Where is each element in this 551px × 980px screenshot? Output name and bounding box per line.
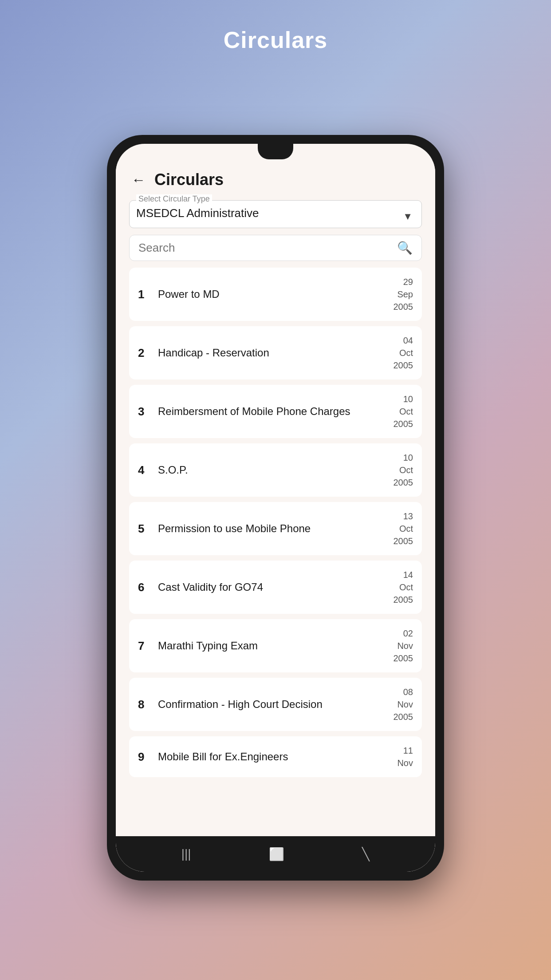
list-item[interactable]: 3Reimbersment of Mobile Phone Charges10 … — [129, 385, 422, 438]
dropdown-label: Select Circular Type — [136, 194, 212, 204]
item-title: Confirmation - High Court Decision — [158, 697, 394, 711]
screen-content: ← Circulars Select Circular Type MSEDCL … — [116, 144, 435, 836]
item-number: 7 — [138, 639, 158, 653]
app-title: Circulars — [154, 170, 224, 189]
circular-type-select[interactable]: MSEDCL Administrative Technical Financia… — [136, 203, 415, 223]
item-date: 29 Sep 2005 — [394, 276, 413, 313]
item-title: Marathi Typing Exam — [158, 639, 394, 652]
phone-frame: ← Circulars Select Circular Type MSEDCL … — [107, 135, 444, 881]
search-container: 🔍 — [129, 235, 422, 261]
item-date: 02 Nov 2005 — [394, 627, 413, 664]
list-item[interactable]: 9Mobile Bill for Ex.Engineers11 Nov — [129, 736, 422, 777]
item-date: 08 Nov 2005 — [394, 686, 413, 723]
list-item[interactable]: 7Marathi Typing Exam02 Nov 2005 — [129, 619, 422, 672]
phone-notch — [258, 144, 293, 159]
app-header: ← Circulars — [116, 162, 435, 196]
search-input[interactable] — [138, 241, 397, 255]
item-date: 10 Oct 2005 — [394, 451, 413, 489]
item-title: Mobile Bill for Ex.Engineers — [158, 750, 397, 763]
home-nav-button[interactable]: ⬜ — [269, 847, 284, 861]
phone-screen: ← Circulars Select Circular Type MSEDCL … — [116, 144, 435, 872]
back-button[interactable]: ← — [131, 172, 146, 188]
item-number: 9 — [138, 750, 158, 764]
item-number: 3 — [138, 405, 158, 419]
item-number: 6 — [138, 581, 158, 594]
page-background-title: Circulars — [0, 27, 551, 53]
item-title: Reimbersment of Mobile Phone Charges — [158, 404, 394, 418]
circular-type-dropdown-container[interactable]: Select Circular Type MSEDCL Administrati… — [129, 200, 422, 228]
item-number: 1 — [138, 288, 158, 301]
item-date: 11 Nov — [397, 744, 413, 769]
item-date: 14 Oct 2005 — [394, 569, 413, 606]
list-item[interactable]: 2Handicap - Reservation04 Oct 2005 — [129, 326, 422, 379]
item-title: Permission to use Mobile Phone — [158, 522, 394, 535]
bottom-navigation: ||| ⬜ ╲ — [116, 836, 435, 872]
list-item[interactable]: 1Power to MD29 Sep 2005 — [129, 268, 422, 321]
item-number: 5 — [138, 522, 158, 536]
item-date: 04 Oct 2005 — [394, 334, 413, 371]
item-title: S.O.P. — [158, 463, 394, 477]
menu-nav-button[interactable]: ||| — [181, 847, 191, 861]
item-title: Power to MD — [158, 287, 394, 301]
item-title: Handicap - Reservation — [158, 346, 394, 360]
item-title: Cast Validity for GO74 — [158, 580, 394, 594]
list-item[interactable]: 6Cast Validity for GO7414 Oct 2005 — [129, 561, 422, 614]
back-nav-button[interactable]: ╲ — [362, 847, 370, 861]
item-number: 2 — [138, 346, 158, 360]
item-number: 8 — [138, 698, 158, 711]
list-item[interactable]: 8Confirmation - High Court Decision08 No… — [129, 678, 422, 731]
search-icon: 🔍 — [397, 241, 413, 255]
list-item[interactable]: 4S.O.P.10 Oct 2005 — [129, 443, 422, 497]
item-date: 13 Oct 2005 — [394, 510, 413, 547]
item-number: 4 — [138, 463, 158, 477]
list-item[interactable]: 5Permission to use Mobile Phone13 Oct 20… — [129, 502, 422, 555]
item-date: 10 Oct 2005 — [394, 393, 413, 430]
circulars-list: 1Power to MD29 Sep 20052Handicap - Reser… — [116, 268, 435, 836]
